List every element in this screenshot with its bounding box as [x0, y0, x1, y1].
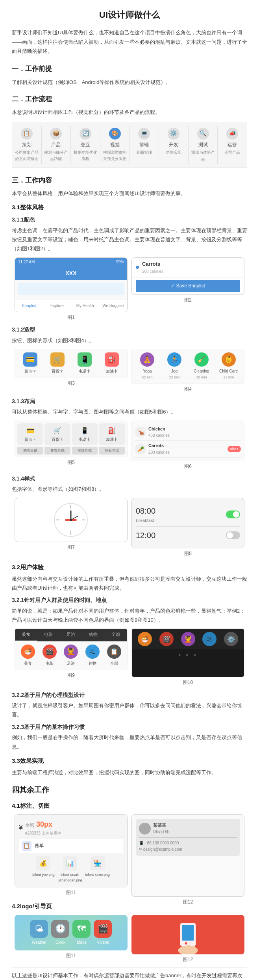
- section-three: 三．工作内容 本章会从整体风格、用户体验和效果实现三个方面阐述UI设计师需要做的…: [12, 175, 247, 777]
- intro-text: 新手设计师们不知道UI具体要做什么，也不知道自己在这个项目中扮演什么角色，大脑也…: [12, 28, 247, 56]
- jiaohu-sublabel: 根据功能优化流程: [72, 149, 99, 162]
- fig9-tab-gouwu[interactable]: 购物: [82, 629, 105, 641]
- fig1-tab-explore[interactable]: Explore: [43, 302, 71, 310]
- app-icon-clock: 🕐 Clock: [51, 920, 69, 946]
- cehua-sublabel: 公司推出产品的方向与概念: [13, 149, 41, 162]
- fig9-tab-nav-bar: 美食 电影 足浴 购物 全部: [15, 629, 127, 641]
- fig6-carrot-title: Carrots: [148, 442, 228, 449]
- fig8-alarm-row-1: 08:00 Breakfast: [136, 502, 240, 527]
- section-two-content: 本意说明UI设计师相应工作（视觉部分）的环节及各产品的流程。: [12, 108, 247, 117]
- fig3-icon-2: 🛒: [50, 352, 65, 367]
- shijue-sublabel: 根据原型做相关视觉效果图: [101, 149, 129, 162]
- fig4-box: 🧘 Yoga 52 min 🏃 Jog 22 min 🧹 Cleaning 38…: [131, 349, 244, 393]
- fig6-badge: 8lbs+: [228, 446, 241, 452]
- fig4-item-3: 🧹 Cleaning 38 min: [189, 352, 214, 380]
- finance-balance-info: 余额 30px #233333 上午使用中: [25, 819, 61, 837]
- sub312-title: 3.1.2造型: [12, 325, 247, 334]
- fig3-item-1: 💳 超市卡: [18, 352, 43, 374]
- fig12-illus-box: 图12: [131, 915, 244, 963]
- fig11-app-row: 🌤 Weather 🕐 Clock 🗺 Maps 🎬 Videos: [12, 915, 247, 963]
- fig10-icon-row: 🍜 🎬 💆 🛍 ⚙️: [132, 629, 244, 649]
- fig4-atime-2: 22 min: [162, 374, 187, 380]
- sub311-title: 3.1.1配色: [12, 215, 247, 224]
- fig5-card2-icon: 🛒: [45, 426, 69, 436]
- sub323-content: 例如，我们一般是右手操作的，随着大屏时代来临，重要热点单是否可以点击到，又是否存…: [12, 733, 247, 751]
- fig6-food-detail-mock: 🍗 Chicken 450 calories 🥕 Carrots 200 cal…: [131, 421, 244, 461]
- fig3-icon-4: ⛽: [105, 352, 119, 367]
- fig9-tab-meishi[interactable]: 美食: [15, 629, 37, 641]
- fig2-carrot-name: Carrots: [142, 260, 163, 268]
- fig2-save-btn[interactable]: ✓ Save Shoplist: [136, 280, 240, 292]
- fig3-label-1: 超市卡: [18, 368, 43, 374]
- clock-label: Clock: [51, 939, 69, 946]
- fig8-toggle-2[interactable]: [226, 531, 240, 539]
- fig5-sm-card-4: 补贴尝试: [99, 447, 125, 455]
- fig6-carrot-name: Carrots 200 calories: [148, 442, 228, 456]
- fig6-carrot-icon: 🥕: [135, 443, 146, 455]
- yunying-label: 运营: [218, 141, 246, 149]
- fig3-icon-grid: 💳 超市卡 🛒 百货卡 📱 电话卡 ⛽ 加油卡: [15, 349, 128, 378]
- fig5-sm-card-3: 实体尝试: [72, 447, 98, 455]
- ceshi-sublabel: 测试与体验产品: [189, 149, 217, 162]
- fig12-biz-mock: 某某某 UI设计师 📱 +86 138 0000 0000 ✉ design@e…: [131, 814, 244, 897]
- finance-mock: ¥ 余额 30px #233333 上午使用中 📋: [15, 814, 128, 888]
- fig5-card3-icon: 📱: [73, 426, 97, 436]
- fig12-name-row: 某某某 UI设计师: [139, 822, 237, 835]
- sub31-title: 3.1整体风格: [12, 203, 247, 212]
- fig10-dots-row: • • •: [132, 649, 244, 661]
- yunying-icon: 📣: [226, 128, 238, 140]
- fig10-circle-1: 🍜: [138, 632, 152, 646]
- svg-rect-16: [192, 946, 196, 952]
- fig5-card1-label: 超市卡: [18, 436, 42, 443]
- fig4-circle-1: 🧘: [140, 352, 154, 367]
- fig9-tab-dianying[interactable]: 电影: [37, 629, 60, 641]
- fig12-caption: 图12: [131, 898, 244, 906]
- fig10-caption: 图10: [131, 679, 244, 686]
- svg-rect-14: [182, 946, 186, 952]
- fig8-toggle-1[interactable]: [226, 510, 240, 518]
- weather-icon-sq: 🌤: [30, 920, 48, 938]
- fig1-tab-shoplist[interactable]: Shoplist: [15, 302, 43, 310]
- fig2-item: Carrots 200 calories: [132, 258, 244, 278]
- fig1-tab-suggest[interactable]: We Suggest: [99, 302, 127, 310]
- process-item-yunying: 📣 运营 运营产品: [218, 126, 247, 164]
- fig9-tab-quanbu[interactable]: 全部: [105, 629, 127, 641]
- process-item-jiaohu: 🔄 交互 根据功能优化流程: [71, 126, 100, 164]
- shijue-icon: 🎨: [109, 128, 121, 140]
- fig9-tab-nav-mock: 美食 电影 足浴 购物 全部 🍜 美食 🎬 电影: [15, 628, 128, 670]
- finance-balance-amount: 30px: [36, 819, 52, 830]
- fig1-tab-health[interactable]: My Health: [71, 302, 99, 310]
- fig7-clock-mock: [15, 498, 128, 542]
- fig5-card-2: 🛒 百货卡: [44, 423, 70, 445]
- fig5-card2-label: 百货卡: [45, 436, 69, 443]
- finance-icon-label-3: icfont-stroe.png: [85, 872, 110, 878]
- fig10-dark-area: [132, 661, 244, 677]
- fig4-activity-grid: 🧘 Yoga 52 min 🏃 Jog 22 min 🧹 Cleaning 38…: [131, 349, 244, 384]
- fig4-atime-1: 52 min: [135, 374, 160, 380]
- svg-point-8: [70, 519, 72, 521]
- fig5-sm-card-1: 购买尝试: [17, 447, 43, 455]
- fig11-caption: 图11: [15, 889, 128, 896]
- fig8-alarm-row-2: 12:00: [136, 527, 240, 544]
- fig4-item-4: 👶 Child Care 11 min: [216, 352, 241, 380]
- finance-icon-label-1: icfont-yue.png: [32, 872, 55, 878]
- fig4-alabel-2: Jog: [162, 368, 187, 374]
- process-item-cehua: 📋 策划 公司推出产品的方向与概念: [12, 126, 42, 164]
- fig9-label-4: 购物: [83, 660, 103, 667]
- app-icon-row: 🌤 Weather 🕐 Clock 🗺 Maps 🎬 Videos: [15, 915, 128, 950]
- fig12-avatar: [139, 823, 151, 835]
- fig10-circle-2: 🎬: [159, 632, 174, 646]
- fig11-app-caption: 图11: [15, 952, 128, 960]
- fig12-email: ✉ design@example.com: [139, 846, 237, 853]
- finance-icon-1: 💰 icfont-yue.png: [32, 856, 55, 883]
- sub321-title: 3.2.1针对用户人群及使用的时间、地点: [12, 596, 247, 604]
- kaifa-label: 开发: [160, 141, 187, 149]
- section-three-title: 三．工作内容: [12, 175, 247, 186]
- fig10-circle-3: 💆: [181, 632, 195, 646]
- fig3-label-2: 百货卡: [45, 368, 70, 374]
- fig9-tab-zuyu[interactable]: 足浴: [60, 629, 82, 641]
- fig5-sm-card-2: 要费尝试: [44, 447, 70, 455]
- fig2-caption: 图2: [131, 296, 244, 304]
- fig5-card1-icon: 💳: [18, 426, 42, 436]
- fig6-food-row-1: 🍗 Chicken 450 calories: [135, 424, 241, 441]
